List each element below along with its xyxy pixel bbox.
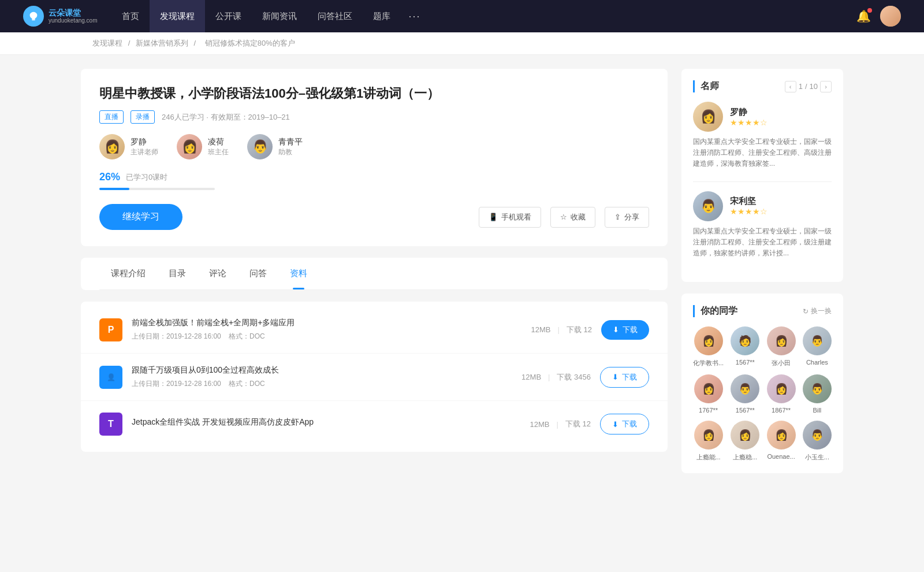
classmate-face-9: 👩	[731, 421, 759, 450]
share-button[interactable]: ⇪ 分享	[605, 207, 649, 228]
course-meta: 直播 录播 246人已学习 · 有效期至：2019–10–21	[99, 110, 649, 124]
collect-label: 收藏	[571, 212, 586, 222]
classmate-avatar-2[interactable]: 👩	[767, 326, 796, 355]
classmate-face-0: 👩	[694, 326, 723, 355]
action-row: 继续学习 📱 手机观看 ☆ 收藏 ⇪ 分享	[99, 204, 649, 230]
download-icon-1: ⬇	[612, 373, 619, 381]
resource-item-0: P 前端全栈加强版！前端全栈+全周期+多端应用 上传日期：2019-12-28 …	[81, 306, 668, 354]
nav-item-news[interactable]: 新闻资讯	[252, 0, 307, 32]
classmate-avatar-6[interactable]: 👩	[767, 374, 796, 403]
classmates-header: 你的同学 ↻ 换一换	[693, 305, 832, 317]
breadcrumb-series[interactable]: 新媒体营销系列	[136, 39, 188, 47]
classmate-avatar-3[interactable]: 👨	[803, 326, 832, 355]
refresh-button[interactable]: ↻ 换一换	[803, 306, 832, 316]
collect-button[interactable]: ☆ 收藏	[550, 207, 595, 228]
continue-button[interactable]: 继续学习	[99, 204, 182, 230]
course-title: 明星中教授课，小学阶段语法100分–强化级第1讲动词（一）	[99, 85, 649, 102]
instructor-avatar-1: 👩	[177, 134, 202, 159]
user-avatar-nav[interactable]	[880, 6, 901, 27]
breadcrumb-discover[interactable]: 发现课程	[92, 39, 122, 47]
classmate-face-4: 👩	[694, 374, 723, 403]
breadcrumb: 发现课程 / 新媒体营销系列 / 销冠修炼术搞定80%的客户	[0, 32, 924, 55]
instructor-info-2: 青青平 助教	[278, 137, 303, 157]
tab-qa[interactable]: 问答	[238, 258, 278, 289]
download-icon-2: ⬇	[612, 420, 619, 429]
teacher-face-0: 👩	[693, 102, 723, 132]
star-icon: ☆	[560, 213, 567, 221]
instructor-1: 👩 凌荷 班主任	[177, 134, 229, 159]
teachers-card: 名师 ‹ 1 / 10 › 👩 罗静 ★★★★☆	[681, 69, 843, 282]
page-next[interactable]: ›	[820, 81, 832, 92]
classmate-avatar-0[interactable]: 👩	[694, 326, 723, 355]
nav-item-discover[interactable]: 发现课程	[150, 0, 205, 32]
classmate-item-7: 👨 Bill	[803, 374, 832, 414]
teacher-stars-1: ★★★★☆	[730, 207, 767, 216]
tab-resource[interactable]: 资料	[278, 258, 319, 289]
instructor-name-2: 青青平	[278, 137, 303, 147]
nav-items: 首页 发现课程 公开课 新闻资讯 问答社区 题库 ···	[111, 0, 856, 32]
teacher-divider	[693, 181, 832, 182]
nav-item-exam[interactable]: 题库	[363, 0, 401, 32]
resource-info-0: 前端全栈加强版！前端全栈+全周期+多端应用 上传日期：2019-12-28 16…	[132, 318, 522, 341]
resource-size-0: 12MB	[531, 325, 551, 334]
teacher-face-1: 👨	[693, 191, 723, 221]
tab-catalog[interactable]: 目录	[157, 258, 198, 289]
refresh-label: 换一换	[811, 306, 832, 316]
teachers-title: 名师	[693, 80, 719, 92]
classmate-avatar-9[interactable]: 👩	[731, 421, 759, 450]
download-button-0[interactable]: ⬇ 下载	[601, 320, 649, 340]
resource-item-2: T Jetpack全组件实战 开发短视频应用高仿皮皮虾App 12MB | 下载…	[81, 401, 668, 447]
instructor-2: 👨 青青平 助教	[247, 134, 303, 159]
download-button-2[interactable]: ⬇ 下载	[600, 414, 649, 434]
notification-dot	[867, 8, 872, 13]
classmate-face-1: 🧑	[731, 326, 759, 355]
svg-rect-0	[32, 20, 35, 21]
navbar: 云朵课堂 yunduoketang.com 首页 发现课程 公开课 新闻资讯 问…	[0, 0, 924, 32]
resource-stats-1: 12MB | 下载 3456	[521, 372, 591, 382]
resource-icon-0: P	[99, 318, 122, 341]
mobile-view-button[interactable]: 📱 手机观看	[479, 207, 541, 228]
classmate-face-10: 👩	[767, 421, 796, 450]
tab-intro[interactable]: 课程介绍	[99, 258, 157, 289]
resource-downloads-2: 下载 12	[565, 419, 591, 429]
teacher-avatar-1: 👨	[693, 191, 723, 221]
download-button-1[interactable]: ⬇ 下载	[600, 367, 649, 388]
resource-name-1: 跟随千万级项目从0到100全过程高效成长	[132, 365, 512, 376]
instructor-name-0: 罗静	[131, 137, 158, 147]
classmate-name-10: Ouenae...	[766, 453, 795, 460]
resource-meta-1: 上传日期：2019-12-28 16:00 格式：DOC	[132, 379, 512, 389]
classmate-avatar-11[interactable]: 👨	[803, 421, 832, 450]
resource-date-1: 上传日期：2019-12-28 16:00	[132, 380, 221, 388]
classmate-avatar-1[interactable]: 🧑	[731, 326, 759, 355]
classmate-face-5: 👨	[731, 374, 759, 403]
main-container: 明星中教授课，小学阶段语法100分–强化级第1讲动词（一） 直播 录播 246人…	[58, 55, 866, 499]
classmate-name-11: 小玉生...	[803, 453, 832, 462]
classmate-avatar-10[interactable]: 👩	[767, 421, 796, 450]
left-content: 明星中教授课，小学阶段语法100分–强化级第1讲动词（一） 直播 录播 246人…	[81, 69, 668, 485]
nav-right: 🔔	[856, 6, 901, 27]
classmate-face-11: 👨	[803, 421, 832, 450]
progress-bar-fill	[99, 188, 129, 190]
classmate-item-11: 👨 小玉生...	[803, 421, 832, 462]
classmate-avatar-7[interactable]: 👨	[803, 374, 832, 403]
nav-item-home[interactable]: 首页	[111, 0, 150, 32]
teacher-name-0: 罗静	[730, 107, 767, 118]
mobile-icon: 📱	[489, 213, 498, 221]
classmate-item-6: 👩 1867**	[766, 374, 795, 414]
classmate-item-1: 🧑 1567**	[731, 326, 759, 367]
logo[interactable]: 云朵课堂 yunduoketang.com	[23, 6, 98, 27]
nav-item-qa[interactable]: 问答社区	[307, 0, 363, 32]
classmate-avatar-8[interactable]: 👩	[694, 421, 723, 450]
instructor-0: 👩 罗静 主讲老师	[99, 134, 158, 159]
bell-icon[interactable]: 🔔	[856, 9, 871, 23]
nav-more[interactable]: ···	[401, 0, 429, 32]
resource-format-0: 格式：DOC	[229, 332, 265, 340]
resource-size-2: 12MB	[530, 420, 550, 429]
tab-comment[interactable]: 评论	[198, 258, 238, 289]
classmates-grid: 👩 化学教书... 🧑 1567** 👩 张小田 👨 Charles 👩 176…	[693, 326, 832, 462]
classmate-avatar-5[interactable]: 👨	[731, 374, 759, 403]
nav-item-open[interactable]: 公开课	[205, 0, 252, 32]
page-prev[interactable]: ‹	[785, 81, 796, 92]
logo-text: 云朵课堂 yunduoketang.com	[49, 8, 98, 25]
classmate-avatar-4[interactable]: 👩	[694, 374, 723, 403]
